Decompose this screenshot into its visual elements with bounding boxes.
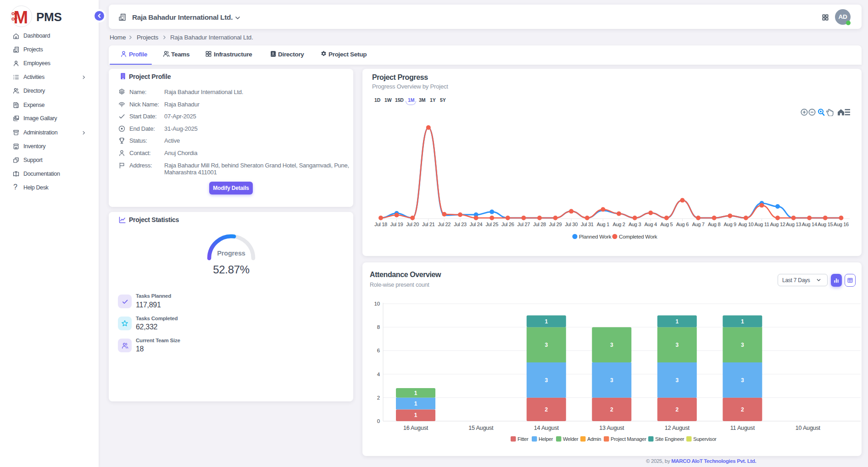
svg-text:Aug 5: Aug 5 — [660, 222, 673, 227]
svg-text:Aug 12: Aug 12 — [770, 222, 785, 227]
svg-text:0: 0 — [377, 418, 380, 424]
svg-text:10 August: 10 August — [796, 425, 821, 431]
svg-text:12 August: 12 August — [665, 425, 690, 431]
svg-text:Jul 30: Jul 30 — [565, 222, 578, 227]
svg-text:2: 2 — [676, 406, 679, 413]
svg-text:Jul 26: Jul 26 — [501, 222, 514, 227]
svg-text:15 August: 15 August — [468, 425, 494, 431]
svg-text:Aug 11: Aug 11 — [754, 222, 769, 227]
svg-text:Helper: Helper — [539, 436, 553, 442]
svg-text:Aug 16: Aug 16 — [834, 222, 849, 227]
svg-text:3: 3 — [741, 342, 744, 348]
svg-text:1: 1 — [545, 318, 548, 325]
svg-text:1: 1 — [414, 390, 417, 396]
svg-text:Admin: Admin — [587, 436, 601, 442]
svg-text:2: 2 — [377, 395, 380, 400]
svg-text:Jul 24: Jul 24 — [470, 222, 483, 227]
svg-text:Jul 19: Jul 19 — [390, 222, 403, 227]
svg-text:M: M — [14, 8, 28, 27]
svg-text:Jul 29: Jul 29 — [549, 222, 562, 227]
svg-text:Aug 2: Aug 2 — [612, 222, 625, 227]
svg-text:Jul 31: Jul 31 — [581, 222, 594, 227]
svg-text:Jul 25: Jul 25 — [485, 222, 498, 227]
svg-text:16 August: 16 August — [403, 425, 428, 431]
svg-text:3: 3 — [676, 377, 679, 384]
svg-text:1: 1 — [676, 318, 679, 325]
svg-text:Jul 22: Jul 22 — [438, 222, 451, 227]
svg-text:3: 3 — [610, 377, 613, 384]
svg-text:Jul 20: Jul 20 — [406, 222, 419, 227]
svg-text:1: 1 — [414, 400, 417, 407]
svg-text:Aug 1: Aug 1 — [597, 222, 609, 227]
svg-text:Aug 3: Aug 3 — [629, 222, 641, 227]
svg-text:Jul 27: Jul 27 — [517, 222, 530, 227]
svg-text:Supervisor: Supervisor — [693, 436, 717, 442]
svg-text:2: 2 — [741, 406, 744, 413]
svg-text:Jul 18: Jul 18 — [374, 222, 387, 227]
svg-text:6: 6 — [377, 348, 380, 353]
svg-text:Jul 23: Jul 23 — [454, 222, 467, 227]
svg-text:Planned Work: Planned Work — [579, 234, 612, 240]
svg-text:Aug 4: Aug 4 — [645, 222, 657, 227]
svg-text:11 August: 11 August — [730, 425, 755, 431]
svg-text:Aug 15: Aug 15 — [818, 222, 833, 227]
svg-text:Completed Work: Completed Work — [619, 234, 657, 240]
svg-text:1: 1 — [741, 318, 744, 325]
svg-text:1: 1 — [414, 412, 417, 418]
svg-text:Jul 21: Jul 21 — [422, 222, 435, 227]
svg-text:Aug 10: Aug 10 — [738, 222, 753, 227]
svg-text:4: 4 — [377, 372, 380, 377]
svg-text:Site Engineer: Site Engineer — [655, 436, 684, 442]
svg-text:Project Manager: Project Manager — [611, 436, 646, 442]
svg-text:Aug 6: Aug 6 — [676, 222, 689, 227]
svg-text:13 August: 13 August — [599, 425, 624, 431]
svg-text:3: 3 — [676, 342, 679, 348]
svg-text:2: 2 — [545, 406, 548, 413]
svg-text:3: 3 — [545, 342, 548, 348]
svg-text:Aug 9: Aug 9 — [724, 222, 736, 227]
svg-text:Fitter: Fitter — [517, 436, 529, 442]
svg-text:3: 3 — [741, 377, 744, 384]
svg-text:Aug 8: Aug 8 — [708, 222, 720, 227]
svg-text:10: 10 — [374, 301, 380, 306]
svg-text:8: 8 — [377, 324, 380, 330]
svg-text:Welder: Welder — [563, 436, 579, 442]
svg-text:3: 3 — [610, 342, 613, 348]
svg-text:Jul 28: Jul 28 — [533, 222, 546, 227]
svg-text:2: 2 — [610, 406, 613, 413]
svg-text:Aug 7: Aug 7 — [692, 222, 704, 227]
svg-text:Aug 13: Aug 13 — [786, 222, 801, 227]
svg-text:14 August: 14 August — [534, 425, 559, 431]
svg-text:Aug 14: Aug 14 — [802, 222, 817, 227]
svg-text:3: 3 — [545, 377, 548, 384]
